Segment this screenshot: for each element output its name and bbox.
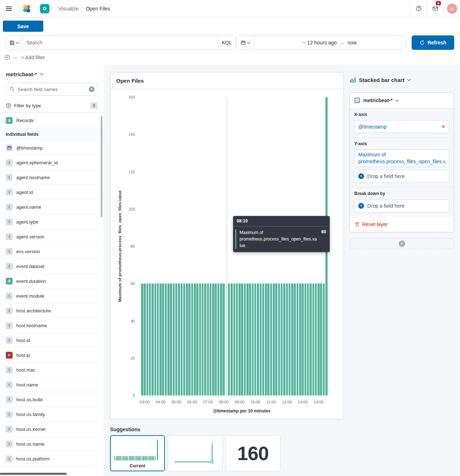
saved-query-button[interactable] [6, 36, 22, 49]
bar-05:40[interactable] [186, 284, 188, 395]
field-item-event.duration[interactable]: #event.duration [0, 274, 104, 289]
horizontal-scrollbar[interactable] [0, 473, 67, 475]
bar-11:20[interactable] [275, 284, 277, 395]
field-item-agent.version[interactable]: tagent.version [0, 229, 104, 244]
bar-11:40[interactable] [281, 284, 283, 395]
bar-09:50[interactable] [252, 284, 254, 395]
bar-12:10[interactable] [289, 284, 291, 395]
bar-13:10[interactable] [305, 284, 307, 395]
field-item-host.os.platform[interactable]: thost.os.platform [0, 451, 104, 466]
field-item-agent.name[interactable]: tagent.name [0, 200, 104, 215]
bar-08:10[interactable] [225, 284, 228, 395]
bar-08:20[interactable] [228, 284, 230, 395]
bar-02:50[interactable] [141, 284, 143, 395]
bar-04:00[interactable] [159, 284, 162, 395]
bar-09:40[interactable] [249, 284, 251, 395]
bar-07:10[interactable] [210, 284, 212, 395]
bar-06:20[interactable] [196, 284, 198, 395]
bar-07:40[interactable] [218, 284, 220, 395]
bar-03:00[interactable] [144, 284, 146, 395]
bar-13:20[interactable] [307, 284, 309, 395]
bar-03:20[interactable] [149, 284, 151, 395]
field-item-host.ip[interactable]: IPhost.ip [0, 348, 104, 363]
bar-11:30[interactable] [278, 284, 280, 395]
bar-14:00[interactable] [317, 284, 320, 395]
index-pattern-selector[interactable]: metricbeat-* [0, 65, 49, 77]
y-axis-field[interactable]: Maximum of prometheus.process_files_open… [358, 151, 445, 165]
bar-08:50[interactable] [236, 284, 238, 395]
time-to[interactable]: now [347, 40, 357, 46]
field-item-host.os.family[interactable]: thost.os.family [0, 407, 104, 422]
bar-12:20[interactable] [291, 284, 293, 395]
bar-05:50[interactable] [188, 284, 190, 395]
bar-10:30[interactable] [262, 284, 264, 395]
field-item-host.os.name[interactable]: thost.os.name [0, 437, 104, 451]
field-item-agent.hostname[interactable]: tagent.hostname [0, 170, 104, 185]
bar-04:30[interactable] [167, 284, 170, 395]
bar-13:50[interactable] [315, 284, 317, 395]
newsfeed-button[interactable] [427, 0, 443, 17]
bar-07:50[interactable] [220, 284, 222, 395]
bar-13:00[interactable] [302, 284, 304, 395]
datepicker-button[interactable] [237, 36, 254, 49]
field-item-host.os.build[interactable]: thost.os.build [0, 392, 104, 407]
bar-08:00[interactable] [223, 284, 225, 395]
bar-12:40[interactable] [297, 284, 299, 395]
bar-05:00[interactable] [175, 284, 178, 395]
suggestion-current[interactable]: Current [110, 435, 165, 471]
bar-09:30[interactable] [246, 284, 249, 395]
field-search-input[interactable] [6, 83, 98, 96]
bar-11:00[interactable] [270, 284, 272, 395]
bar-04:20[interactable] [165, 284, 167, 395]
field-item-host.name[interactable]: thost.name [0, 377, 104, 392]
suggestion-line-chart[interactable] [168, 435, 223, 471]
bar-14:10[interactable] [320, 284, 322, 395]
bar-09:20[interactable] [244, 284, 246, 395]
bar-06:00[interactable] [191, 284, 193, 395]
save-button[interactable]: Save [3, 21, 43, 32]
bar-06:40[interactable] [202, 284, 204, 395]
bar-08:30[interactable] [231, 284, 233, 395]
y-axis-dimension[interactable]: Maximum of prometheus.process_files_open… [354, 150, 449, 167]
breakdown-drop-target[interactable]: + Drop a field here [354, 199, 449, 212]
reset-layer-button[interactable]: Reset layer [350, 217, 393, 232]
bar-05:10[interactable] [178, 284, 180, 395]
x-axis-field[interactable]: @timestamp [358, 124, 439, 130]
bar-11:10[interactable] [273, 284, 275, 395]
menu-button[interactable] [0, 0, 17, 17]
time-range-button[interactable]: ~ 12 hours ago → now [254, 36, 406, 49]
bar-09:00[interactable] [238, 284, 241, 395]
elastic-logo[interactable] [18, 0, 36, 17]
bar-04:40[interactable] [170, 284, 172, 395]
kql-button[interactable]: KQL [218, 36, 235, 49]
field-item-@timestamp[interactable]: @timestamp [0, 140, 104, 155]
suggestion-metric[interactable]: 160 [225, 435, 280, 471]
field-item-agent.id[interactable]: tagent.id [0, 185, 104, 200]
field-item-host.id[interactable]: thost.id [0, 333, 104, 348]
field-item-ecs.version[interactable]: tecs.version [0, 244, 104, 259]
bar-10:50[interactable] [267, 284, 270, 395]
y-axis-drop-target[interactable]: + Drop a field here [354, 170, 449, 183]
bar-12:50[interactable] [299, 284, 301, 395]
clear-search-icon[interactable]: ✕ [89, 86, 95, 92]
field-item-event.module[interactable]: tevent.module [0, 289, 104, 303]
bar-09:10[interactable] [241, 284, 243, 395]
bar-12:30[interactable] [294, 284, 296, 395]
sidebar-scrollbar[interactable] [101, 116, 102, 217]
bar-05:20[interactable] [181, 284, 183, 395]
search-input[interactable] [22, 36, 218, 49]
bar-14:20[interactable] [323, 284, 325, 395]
chart-type-selector[interactable]: Stacked bar chart [350, 77, 410, 83]
records-field[interactable]: # Records [0, 113, 104, 128]
time-from[interactable]: ~ 12 hours ago [303, 40, 337, 46]
field-item-host.os.kernel[interactable]: thost.os.kernel [0, 422, 104, 437]
bar-06:30[interactable] [199, 284, 201, 395]
field-item-event.dataset[interactable]: tevent.dataset [0, 259, 104, 274]
field-item-host.architecture[interactable]: thost.architecture [0, 303, 104, 318]
bar-10:40[interactable] [265, 284, 267, 395]
field-item-agent.type[interactable]: tagent.type [0, 215, 104, 229]
bar-06:10[interactable] [194, 284, 196, 395]
bar-03:40[interactable] [154, 284, 157, 395]
filter-by-type-row[interactable]: Filter by type 0 [0, 99, 104, 113]
bar-03:10[interactable] [146, 284, 149, 395]
